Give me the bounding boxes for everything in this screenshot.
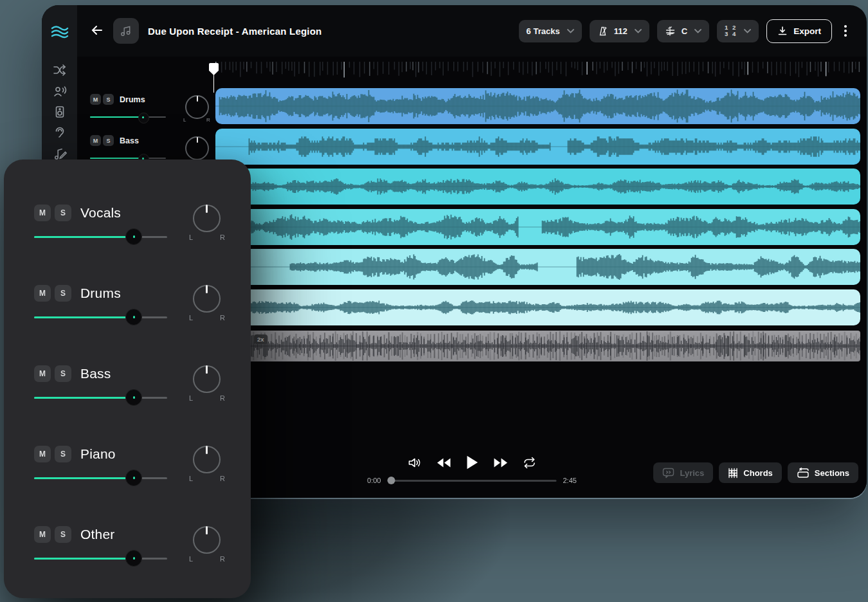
waveform-track[interactable] <box>215 169 860 205</box>
lyrics-button[interactable]: Lyrics <box>653 462 713 483</box>
pan-left-label: L <box>189 394 193 402</box>
more-options-button[interactable] <box>840 23 851 39</box>
lyrics-edit-icon[interactable] <box>53 147 67 161</box>
sections-button[interactable]: Sections <box>788 462 858 483</box>
volume-slider[interactable] <box>34 470 167 486</box>
topbar: Due Upon Receipt - American Legion 6 Tra… <box>77 5 867 57</box>
split-stems-icon[interactable] <box>53 63 67 77</box>
waveform-track[interactable] <box>215 249 860 285</box>
waveform <box>215 209 860 245</box>
solo-button[interactable]: S <box>55 205 71 221</box>
pan-knob[interactable]: L R <box>193 285 221 313</box>
metronome-icon <box>597 26 608 37</box>
volume-button[interactable] <box>408 457 422 469</box>
tracks-dropdown-label: 6 Tracks <box>527 26 560 36</box>
seek-rail <box>388 480 557 482</box>
waveform <box>215 129 860 165</box>
slider-fill <box>34 236 134 238</box>
download-icon <box>777 26 788 36</box>
waveform-track[interactable] <box>215 209 860 245</box>
volume-slider[interactable] <box>34 309 167 325</box>
voice-icon[interactable] <box>53 84 67 98</box>
export-button[interactable]: Export <box>766 19 832 43</box>
time-signature-dropdown[interactable]: 1 2 3 4 <box>717 20 759 42</box>
waveform <box>215 88 860 124</box>
loop-button[interactable] <box>523 457 536 469</box>
chevron-down-icon <box>567 29 574 33</box>
solo-button[interactable]: S <box>55 446 71 462</box>
volume-slider[interactable] <box>34 550 167 567</box>
volume-knob[interactable] <box>125 550 142 567</box>
volume-slider[interactable] <box>34 389 167 406</box>
stem-name: Piano <box>80 446 116 462</box>
arrow-left-icon <box>89 23 105 38</box>
mute-button[interactable]: M <box>34 446 51 462</box>
overview-strip[interactable]: 2x <box>215 331 860 361</box>
chords-icon <box>728 468 738 479</box>
volume-knob[interactable] <box>125 470 142 486</box>
chords-button[interactable]: Chords <box>719 462 782 483</box>
key-icon <box>665 26 676 37</box>
slider-fill <box>34 477 134 479</box>
pan-right-label: R <box>220 475 225 482</box>
stem-name: Vocals <box>80 205 121 221</box>
pan-knob[interactable]: L R <box>193 526 221 554</box>
solo-button[interactable]: S <box>55 285 71 302</box>
pan-tick <box>206 205 208 213</box>
mute-button[interactable]: M <box>34 526 51 543</box>
pan-tick <box>206 446 208 454</box>
tempo-value: 112 <box>614 26 628 36</box>
pan-right-label: R <box>220 233 225 241</box>
rewind-icon <box>437 458 451 468</box>
tempo-dropdown[interactable]: 112 <box>590 20 649 42</box>
mute-button[interactable]: M <box>34 205 51 221</box>
key-value: C <box>682 26 687 36</box>
seek-handle[interactable] <box>388 477 395 484</box>
pan-left-label: L <box>189 314 193 322</box>
stem-name: Bass <box>80 366 111 381</box>
page: Due Upon Receipt - American Legion 6 Tra… <box>0 0 868 602</box>
mixer-row-drums: M S Drums L R <box>34 280 227 339</box>
chevron-down-icon <box>694 29 701 33</box>
waveform-track[interactable] <box>215 88 860 124</box>
solo-button[interactable]: S <box>55 365 71 382</box>
speaker-icon <box>408 457 422 469</box>
waveform-track[interactable] <box>215 129 860 165</box>
pan-knob[interactable]: L R <box>193 446 221 473</box>
mute-button[interactable]: M <box>34 365 51 382</box>
sections-label: Sections <box>815 468 849 478</box>
fast-forward-button[interactable] <box>493 458 508 468</box>
back-button[interactable] <box>89 23 105 39</box>
chords-label: Chords <box>743 468 773 478</box>
volume-knob[interactable] <box>125 228 142 245</box>
slider-fill <box>34 558 134 560</box>
seek-bar[interactable] <box>388 476 557 485</box>
pan-knob[interactable]: L R <box>193 365 221 393</box>
mixer-panel: M S Vocals L R M S Drums <box>4 160 251 598</box>
seek-bar-group: 0:00 2:45 <box>365 476 580 485</box>
mixer-row-vocals: M S Vocals L R <box>34 199 227 259</box>
volume-slider[interactable] <box>34 228 167 245</box>
play-button[interactable] <box>466 455 478 470</box>
tracks-dropdown[interactable]: 6 Tracks <box>519 20 582 42</box>
fast-forward-icon <box>493 458 508 468</box>
waveform-track[interactable] <box>215 289 860 325</box>
pan-tick <box>206 365 208 374</box>
time-signature-bottom: 3 4 <box>725 31 737 37</box>
solo-button[interactable]: S <box>55 526 71 543</box>
loop-icon <box>523 457 536 469</box>
view-toggles: Lyrics Chords <box>653 462 858 483</box>
key-dropdown[interactable]: C <box>657 20 709 42</box>
volume-knob[interactable] <box>125 389 142 406</box>
app-logo-icon[interactable] <box>51 24 69 40</box>
pan-knob[interactable]: L R <box>193 205 221 232</box>
pan-left-label: L <box>189 233 193 241</box>
mute-button[interactable]: M <box>34 285 51 302</box>
waveform <box>215 169 860 205</box>
ear-icon[interactable] <box>53 125 67 140</box>
volume-knob[interactable] <box>125 309 142 325</box>
pan-left-label: L <box>189 555 193 563</box>
metronome-speaker-icon[interactable] <box>53 105 67 119</box>
rewind-button[interactable] <box>437 458 451 468</box>
pan-tick <box>206 526 208 534</box>
